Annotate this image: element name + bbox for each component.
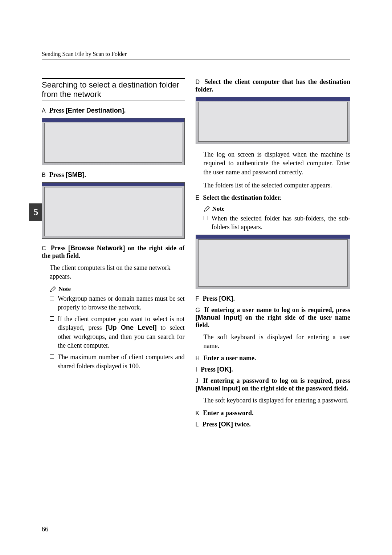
note-item-e: When the selected folder has sub-folders… — [204, 214, 350, 232]
step-pre: Press — [203, 421, 219, 428]
step-letter: D — [196, 79, 200, 85]
step-post: . — [85, 171, 86, 178]
step-key: [OK] — [219, 295, 233, 302]
step-letter: F — [196, 296, 199, 302]
step-post: . — [231, 366, 233, 373]
left-column: Searching to select a destination folder… — [42, 78, 185, 432]
note-item-2: If the client computer you want to selec… — [50, 315, 185, 350]
screenshot-enter-destination — [42, 118, 185, 165]
note-label: Note — [58, 285, 71, 293]
content-columns: Searching to select a destination folder… — [42, 78, 350, 432]
screenshot-smb — [42, 182, 185, 239]
note-heading: Note — [204, 205, 350, 212]
step-letter: J — [196, 378, 199, 384]
note-key: [Up One Level] — [106, 324, 157, 331]
step-pre: Press — [201, 366, 217, 373]
step-text: Select the client computer that has the … — [196, 78, 350, 93]
step-key: [Manual Input] — [196, 314, 242, 321]
note-label: Note — [212, 205, 225, 212]
note-text: If the client computer you want to selec… — [58, 315, 185, 350]
step-pre: If entering a password to log on is requ… — [203, 377, 350, 384]
pencil-icon — [204, 206, 210, 212]
step-pre: Press — [203, 295, 219, 302]
page-number: 66 — [42, 526, 48, 533]
step-pre: Press — [51, 244, 68, 252]
step-letter: H — [196, 355, 200, 361]
step-text: Enter a password. — [203, 409, 253, 417]
step-post: on the right side of the password field. — [240, 385, 348, 392]
step-letter: I — [196, 366, 197, 373]
step-letter: B — [42, 172, 46, 178]
step-c: C Press [Browse Network] on the right si… — [42, 244, 185, 260]
step-a: A Press [Enter Destination]. — [42, 107, 185, 114]
note-text: The maximum number of client computers a… — [58, 353, 185, 370]
step-d: D Select the client computer that has th… — [196, 78, 350, 93]
step-g: G If entering a user name to log on is r… — [196, 306, 350, 329]
step-k: K Enter a password. — [196, 409, 350, 417]
step-letter: K — [196, 410, 200, 416]
step-letter: A — [42, 108, 46, 114]
para-g: The soft keyboard is displayed for enter… — [204, 333, 350, 351]
note-item-1: Workgroup names or domain names must be … — [50, 294, 185, 312]
step-post: twice. — [233, 421, 251, 428]
step-b: B Press [SMB]. — [42, 171, 185, 179]
step-key: [SMB] — [66, 171, 85, 178]
step-key: [Manual Input] — [196, 385, 240, 392]
bullet-icon — [50, 355, 54, 359]
step-i: I Press [OK]. — [196, 366, 350, 373]
step-pre: Press — [49, 107, 66, 114]
running-header: Sending Scan File by Scan to Folder — [42, 51, 350, 60]
para-c: The client computers list on the same ne… — [50, 263, 185, 281]
bullet-icon — [50, 316, 54, 321]
step-letter: L — [196, 421, 199, 428]
note-text: Workgroup names or domain names must be … — [58, 294, 185, 312]
step-text: Select the destination folder. — [203, 194, 281, 201]
section-title: Searching to select a destination folder… — [42, 78, 185, 101]
step-key: [OK] — [217, 366, 231, 373]
step-j: J If entering a password to log on is re… — [196, 377, 350, 392]
step-text: Enter a user name. — [203, 355, 256, 362]
para-j: The soft keyboard is displayed for enter… — [204, 396, 350, 405]
note-item-3: The maximum number of client computers a… — [50, 353, 185, 370]
pencil-icon — [50, 286, 56, 292]
step-key: [OK] — [219, 421, 233, 428]
screenshot-folder-list — [196, 235, 350, 289]
step-f: F Press [OK]. — [196, 295, 350, 303]
step-letter: E — [196, 195, 200, 201]
note-text: When the selected folder has sub-folders… — [212, 214, 350, 232]
step-letter: C — [42, 245, 46, 251]
right-column: D Select the client computer that has th… — [196, 78, 350, 432]
step-letter: G — [196, 307, 200, 313]
note-heading: Note — [50, 285, 185, 293]
step-post: . — [233, 295, 235, 302]
bullet-icon — [50, 296, 54, 300]
step-post: . — [124, 107, 126, 114]
step-pre: If entering a user name to log on is req… — [204, 306, 350, 313]
step-key: [Enter Destination] — [66, 107, 124, 114]
step-e: E Select the destination folder. — [196, 194, 350, 202]
step-pre: Press — [49, 171, 66, 178]
screenshot-client-list — [196, 97, 350, 144]
step-key: [Browse Network] — [68, 244, 125, 252]
step-l: L Press [OK] twice. — [196, 421, 350, 428]
step-h: H Enter a user name. — [196, 355, 350, 362]
bullet-icon — [204, 216, 208, 220]
para-d1: The log on screen is displayed when the … — [204, 150, 350, 177]
chapter-tab: 5 — [29, 203, 43, 221]
para-d2: The folders list of the selected compute… — [204, 181, 350, 190]
